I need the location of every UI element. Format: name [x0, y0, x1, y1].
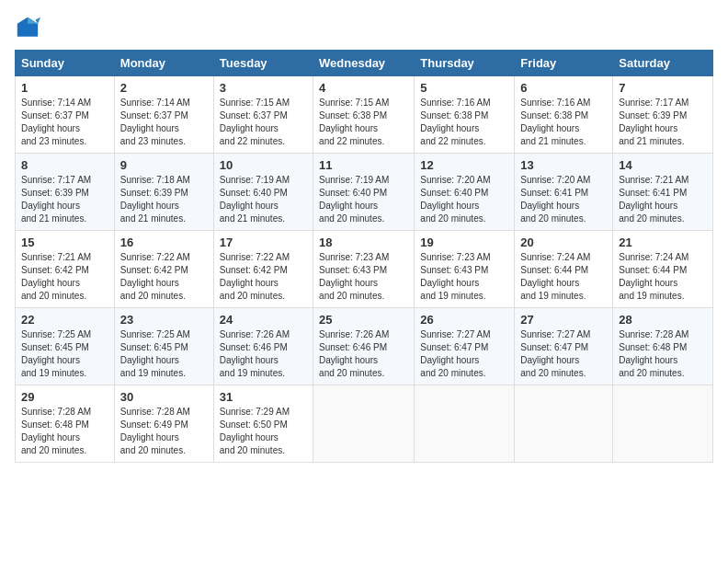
calendar-day-cell: 19 Sunrise: 7:23 AM Sunset: 6:43 PM Dayl… — [415, 231, 515, 308]
calendar-week-row: 29 Sunrise: 7:28 AM Sunset: 6:48 PM Dayl… — [16, 385, 713, 463]
day-number: 15 — [21, 236, 108, 249]
day-number: 18 — [319, 236, 408, 249]
calendar-day-cell: 23 Sunrise: 7:25 AM Sunset: 6:45 PM Dayl… — [114, 308, 213, 385]
calendar-day-cell — [515, 385, 613, 463]
day-info: Sunrise: 7:22 AM Sunset: 6:42 PM Dayligh… — [220, 251, 307, 303]
day-number: 11 — [319, 158, 408, 172]
day-info: Sunrise: 7:21 AM Sunset: 6:42 PM Dayligh… — [21, 251, 108, 303]
day-number: 8 — [21, 158, 108, 172]
calendar-day-cell: 12 Sunrise: 7:20 AM Sunset: 6:40 PM Dayl… — [415, 154, 515, 231]
day-number: 6 — [520, 81, 607, 95]
calendar-day-cell: 16 Sunrise: 7:22 AM Sunset: 6:42 PM Dayl… — [114, 231, 213, 308]
weekday-header: Thursday — [415, 51, 515, 76]
calendar-week-row: 1 Sunrise: 7:14 AM Sunset: 6:37 PM Dayli… — [16, 76, 713, 154]
calendar-day-cell: 17 Sunrise: 7:22 AM Sunset: 6:42 PM Dayl… — [213, 231, 313, 308]
day-info: Sunrise: 7:16 AM Sunset: 6:38 PM Dayligh… — [520, 97, 607, 148]
day-info: Sunrise: 7:23 AM Sunset: 6:43 PM Dayligh… — [420, 251, 508, 303]
weekday-header: Monday — [114, 51, 213, 76]
logo — [15, 15, 42, 40]
day-info: Sunrise: 7:29 AM Sunset: 6:50 PM Dayligh… — [220, 406, 307, 457]
calendar-week-row: 22 Sunrise: 7:25 AM Sunset: 6:45 PM Dayl… — [16, 308, 713, 385]
calendar-day-cell: 13 Sunrise: 7:20 AM Sunset: 6:41 PM Dayl… — [515, 154, 613, 231]
calendar-day-cell — [313, 385, 415, 463]
day-info: Sunrise: 7:18 AM Sunset: 6:39 PM Dayligh… — [120, 174, 208, 225]
calendar-day-cell: 7 Sunrise: 7:17 AM Sunset: 6:39 PM Dayli… — [613, 76, 713, 154]
calendar-day-cell: 22 Sunrise: 7:25 AM Sunset: 6:45 PM Dayl… — [16, 308, 115, 385]
calendar-day-cell: 21 Sunrise: 7:24 AM Sunset: 6:44 PM Dayl… — [613, 231, 713, 308]
day-info: Sunrise: 7:23 AM Sunset: 6:43 PM Dayligh… — [319, 251, 408, 303]
day-number: 20 — [520, 236, 607, 249]
day-info: Sunrise: 7:20 AM Sunset: 6:41 PM Dayligh… — [520, 174, 607, 225]
day-number: 24 — [220, 313, 307, 327]
day-info: Sunrise: 7:16 AM Sunset: 6:38 PM Dayligh… — [420, 97, 508, 148]
weekday-header: Friday — [515, 51, 613, 76]
weekday-header: Saturday — [613, 51, 713, 76]
day-info: Sunrise: 7:25 AM Sunset: 6:45 PM Dayligh… — [120, 328, 208, 380]
calendar-day-cell: 18 Sunrise: 7:23 AM Sunset: 6:43 PM Dayl… — [313, 231, 415, 308]
calendar-day-cell: 2 Sunrise: 7:14 AM Sunset: 6:37 PM Dayli… — [114, 76, 213, 154]
calendar-day-cell: 9 Sunrise: 7:18 AM Sunset: 6:39 PM Dayli… — [114, 154, 213, 231]
day-number: 28 — [619, 313, 707, 327]
day-number: 10 — [220, 158, 307, 172]
calendar-day-cell: 24 Sunrise: 7:26 AM Sunset: 6:46 PM Dayl… — [213, 308, 313, 385]
day-info: Sunrise: 7:24 AM Sunset: 6:44 PM Dayligh… — [520, 251, 607, 303]
day-number: 3 — [220, 81, 307, 95]
calendar-day-cell: 31 Sunrise: 7:29 AM Sunset: 6:50 PM Dayl… — [213, 385, 313, 463]
calendar-day-cell: 5 Sunrise: 7:16 AM Sunset: 6:38 PM Dayli… — [415, 76, 515, 154]
page-header — [15, 15, 713, 40]
calendar-day-cell: 20 Sunrise: 7:24 AM Sunset: 6:44 PM Dayl… — [515, 231, 613, 308]
day-number: 17 — [220, 236, 307, 249]
day-info: Sunrise: 7:24 AM Sunset: 6:44 PM Dayligh… — [619, 251, 707, 303]
calendar-day-cell — [415, 385, 515, 463]
day-info: Sunrise: 7:26 AM Sunset: 6:46 PM Dayligh… — [319, 328, 408, 380]
day-number: 13 — [520, 158, 607, 172]
day-info: Sunrise: 7:15 AM Sunset: 6:38 PM Dayligh… — [319, 97, 408, 148]
calendar-day-cell: 6 Sunrise: 7:16 AM Sunset: 6:38 PM Dayli… — [515, 76, 613, 154]
weekday-header: Wednesday — [313, 51, 415, 76]
calendar-week-row: 8 Sunrise: 7:17 AM Sunset: 6:39 PM Dayli… — [16, 154, 713, 231]
day-number: 19 — [420, 236, 508, 249]
weekday-header-row: SundayMondayTuesdayWednesdayThursdayFrid… — [16, 51, 713, 76]
day-number: 30 — [120, 390, 208, 404]
calendar-day-cell: 30 Sunrise: 7:28 AM Sunset: 6:49 PM Dayl… — [114, 385, 213, 463]
day-number: 4 — [319, 81, 408, 95]
day-info: Sunrise: 7:17 AM Sunset: 6:39 PM Dayligh… — [619, 97, 707, 148]
day-number: 31 — [220, 390, 307, 404]
day-number: 1 — [21, 81, 108, 95]
calendar-day-cell: 29 Sunrise: 7:28 AM Sunset: 6:48 PM Dayl… — [16, 385, 115, 463]
day-number: 5 — [420, 81, 508, 95]
day-info: Sunrise: 7:19 AM Sunset: 6:40 PM Dayligh… — [220, 174, 307, 225]
day-info: Sunrise: 7:22 AM Sunset: 6:42 PM Dayligh… — [120, 251, 208, 303]
day-info: Sunrise: 7:14 AM Sunset: 6:37 PM Dayligh… — [21, 97, 108, 148]
calendar-day-cell: 3 Sunrise: 7:15 AM Sunset: 6:37 PM Dayli… — [213, 76, 313, 154]
day-info: Sunrise: 7:28 AM Sunset: 6:48 PM Dayligh… — [619, 328, 707, 380]
calendar-day-cell — [613, 385, 713, 463]
day-info: Sunrise: 7:20 AM Sunset: 6:40 PM Dayligh… — [420, 174, 508, 225]
day-number: 23 — [120, 313, 208, 327]
day-info: Sunrise: 7:26 AM Sunset: 6:46 PM Dayligh… — [220, 328, 307, 380]
calendar-day-cell: 27 Sunrise: 7:27 AM Sunset: 6:47 PM Dayl… — [515, 308, 613, 385]
day-info: Sunrise: 7:19 AM Sunset: 6:40 PM Dayligh… — [319, 174, 408, 225]
calendar-day-cell: 11 Sunrise: 7:19 AM Sunset: 6:40 PM Dayl… — [313, 154, 415, 231]
calendar-day-cell: 14 Sunrise: 7:21 AM Sunset: 6:41 PM Dayl… — [613, 154, 713, 231]
day-info: Sunrise: 7:27 AM Sunset: 6:47 PM Dayligh… — [520, 328, 607, 380]
day-info: Sunrise: 7:15 AM Sunset: 6:37 PM Dayligh… — [220, 97, 307, 148]
day-number: 29 — [21, 390, 108, 404]
day-number: 22 — [21, 313, 108, 327]
day-number: 9 — [120, 158, 208, 172]
calendar-day-cell: 10 Sunrise: 7:19 AM Sunset: 6:40 PM Dayl… — [213, 154, 313, 231]
day-number: 21 — [619, 236, 707, 249]
day-number: 25 — [319, 313, 408, 327]
calendar-day-cell: 25 Sunrise: 7:26 AM Sunset: 6:46 PM Dayl… — [313, 308, 415, 385]
calendar-day-cell: 15 Sunrise: 7:21 AM Sunset: 6:42 PM Dayl… — [16, 231, 115, 308]
day-info: Sunrise: 7:21 AM Sunset: 6:41 PM Dayligh… — [619, 174, 707, 225]
day-number: 7 — [619, 81, 707, 95]
calendar-day-cell: 1 Sunrise: 7:14 AM Sunset: 6:37 PM Dayli… — [16, 76, 115, 154]
weekday-header: Sunday — [16, 51, 115, 76]
calendar-day-cell: 4 Sunrise: 7:15 AM Sunset: 6:38 PM Dayli… — [313, 76, 415, 154]
day-number: 16 — [120, 236, 208, 249]
day-number: 26 — [420, 313, 508, 327]
calendar-day-cell: 8 Sunrise: 7:17 AM Sunset: 6:39 PM Dayli… — [16, 154, 115, 231]
day-info: Sunrise: 7:25 AM Sunset: 6:45 PM Dayligh… — [21, 328, 108, 380]
logo-icon — [15, 15, 40, 40]
